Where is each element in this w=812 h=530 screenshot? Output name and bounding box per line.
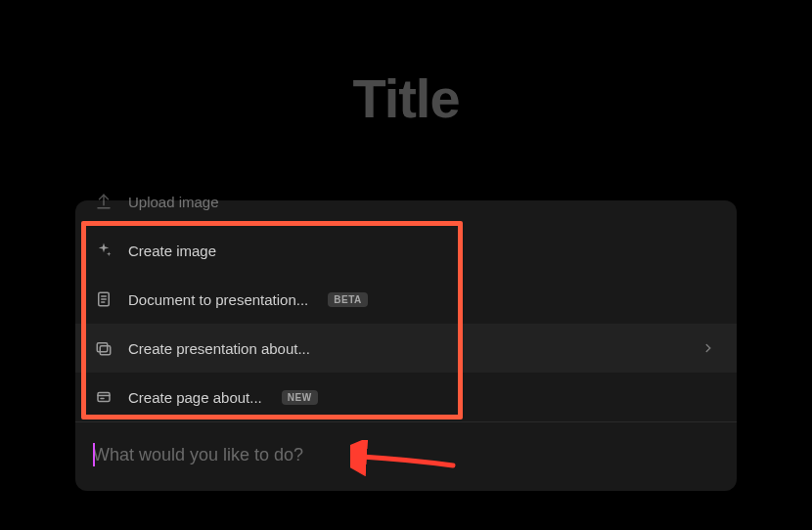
menu-list: Upload image Create image Document to pr… xyxy=(75,200,737,421)
menu-item-upload-image[interactable]: Upload image xyxy=(75,177,737,226)
menu-item-doc-to-presentation[interactable]: Document to presentation... BETA xyxy=(75,275,737,324)
menu-item-label: Create presentation about... xyxy=(128,340,310,357)
command-input[interactable] xyxy=(93,445,719,465)
menu-item-label: Create image xyxy=(128,243,216,259)
menu-item-create-page[interactable]: Create page about... NEW xyxy=(75,373,737,421)
document-icon xyxy=(95,290,113,308)
presentation-icon xyxy=(95,339,113,357)
menu-item-label: Document to presentation... xyxy=(128,291,308,308)
menu-item-create-presentation[interactable]: Create presentation about... xyxy=(75,324,737,373)
command-input-row xyxy=(75,422,737,487)
chevron-right-icon xyxy=(701,341,715,355)
page-title[interactable]: Title xyxy=(0,66,812,130)
menu-item-create-image[interactable]: Create image xyxy=(75,226,737,275)
svg-rect-4 xyxy=(97,343,108,352)
svg-rect-5 xyxy=(100,346,111,355)
svg-rect-6 xyxy=(98,393,110,402)
new-badge: NEW xyxy=(282,390,318,405)
menu-item-label: Create page about... xyxy=(128,389,262,406)
command-panel: Upload image Create image Document to pr… xyxy=(75,200,737,491)
page-icon xyxy=(95,388,113,406)
text-cursor xyxy=(93,443,95,466)
sparkle-icon xyxy=(95,242,113,259)
beta-badge: BETA xyxy=(328,292,367,307)
menu-item-label: Upload image xyxy=(128,194,219,210)
upload-icon xyxy=(95,193,113,210)
